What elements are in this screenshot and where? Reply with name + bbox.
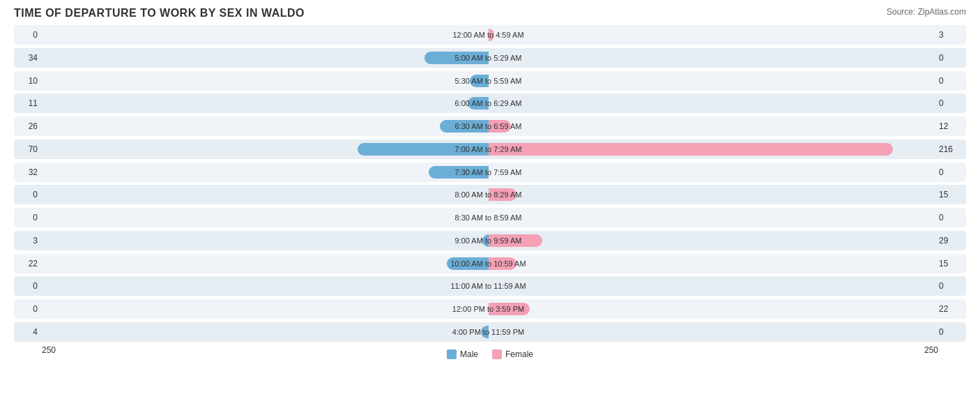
chart-container: TIME OF DEPARTURE TO WORK BY SEX IN WALD… bbox=[0, 0, 980, 415]
bars-center: 5:00 AM to 5:29 AM bbox=[42, 48, 935, 68]
table-row: 11 6:00 AM to 6:29 AM 0 bbox=[14, 93, 966, 113]
table-row: 70 7:00 AM to 7:29 AM 216 bbox=[14, 139, 966, 159]
female-bar-wrap bbox=[489, 257, 893, 270]
female-bar bbox=[489, 188, 516, 201]
female-bar-wrap bbox=[489, 120, 893, 133]
female-bar-wrap bbox=[489, 326, 893, 338]
bars-center: 12:00 AM to 4:59 AM bbox=[42, 25, 935, 45]
table-row: 0 8:00 AM to 8:29 AM 15 bbox=[14, 185, 966, 204]
female-bar-wrap bbox=[489, 97, 893, 110]
female-bar-wrap bbox=[489, 280, 893, 292]
male-bar-wrap bbox=[84, 280, 489, 292]
female-legend-label: Female bbox=[505, 349, 533, 359]
table-row: 0 11:00 AM to 11:59 AM 0 bbox=[14, 276, 966, 296]
rows-container: 0 12:00 AM to 4:59 AM 3 34 5:00 AM to 5:… bbox=[14, 25, 966, 342]
table-row: 3 9:00 AM to 9:59 AM 29 bbox=[14, 231, 966, 250]
bars-center: 12:00 PM to 3:59 PM bbox=[42, 299, 935, 319]
male-bar-wrap bbox=[84, 211, 489, 224]
female-bar-wrap bbox=[489, 211, 893, 224]
female-bar-wrap bbox=[489, 52, 893, 64]
table-row: 0 12:00 PM to 3:59 PM 22 bbox=[14, 299, 966, 319]
bars-center: 7:30 AM to 7:59 AM bbox=[42, 163, 935, 182]
male-bar-wrap bbox=[84, 29, 489, 41]
female-value: 0 bbox=[935, 327, 966, 337]
female-value: 0 bbox=[935, 98, 966, 108]
male-value: 0 bbox=[14, 190, 42, 199]
male-bar-wrap bbox=[84, 143, 489, 156]
female-bar-wrap bbox=[489, 29, 893, 41]
table-row: 26 6:30 AM to 6:59 AM 12 bbox=[14, 116, 966, 136]
female-bar bbox=[489, 257, 516, 270]
female-value: 15 bbox=[935, 259, 966, 269]
male-bar-wrap bbox=[84, 75, 489, 87]
male-bar bbox=[481, 326, 489, 338]
male-bar-wrap bbox=[84, 52, 489, 64]
table-row: 0 12:00 AM to 4:59 AM 3 bbox=[14, 25, 966, 45]
legend-male: Male bbox=[447, 349, 478, 359]
female-value: 0 bbox=[935, 213, 966, 222]
male-bar bbox=[424, 52, 488, 64]
male-value: 4 bbox=[14, 327, 42, 337]
bars-center: 5:30 AM to 5:59 AM bbox=[42, 71, 935, 91]
bars-center: 11:00 AM to 11:59 AM bbox=[42, 276, 935, 296]
bottom-labels: 250 Male Female 250 bbox=[14, 345, 966, 359]
female-bar-wrap bbox=[489, 166, 893, 179]
female-value: 15 bbox=[935, 190, 966, 199]
male-value: 0 bbox=[14, 281, 42, 291]
female-bar-wrap bbox=[489, 303, 893, 315]
bars-center: 8:30 AM to 8:59 AM bbox=[42, 208, 935, 227]
male-value: 26 bbox=[14, 121, 42, 131]
table-row: 22 10:00 AM to 10:59 AM 15 bbox=[14, 254, 966, 273]
female-value: 0 bbox=[935, 281, 966, 291]
female-value: 0 bbox=[935, 167, 966, 177]
male-value: 70 bbox=[14, 144, 42, 154]
chart-title: TIME OF DEPARTURE TO WORK BY SEX IN WALD… bbox=[14, 7, 966, 20]
female-value: 12 bbox=[935, 121, 966, 131]
female-bar-wrap bbox=[489, 188, 893, 201]
table-row: 34 5:00 AM to 5:29 AM 0 bbox=[14, 48, 966, 68]
male-bar-wrap bbox=[84, 188, 489, 201]
male-bar bbox=[482, 234, 488, 247]
male-legend-label: Male bbox=[460, 349, 478, 359]
male-value: 0 bbox=[14, 213, 42, 222]
male-bar-wrap bbox=[84, 303, 489, 315]
male-bar bbox=[468, 97, 489, 110]
chart-area: 0 12:00 AM to 4:59 AM 3 34 5:00 AM to 5:… bbox=[14, 25, 966, 363]
male-bar bbox=[440, 120, 489, 133]
bottom-left-label: 250 bbox=[42, 345, 56, 359]
female-value: 3 bbox=[935, 30, 966, 40]
table-row: 0 8:30 AM to 8:59 AM 0 bbox=[14, 208, 966, 227]
male-bar-wrap bbox=[84, 97, 489, 110]
male-bar bbox=[470, 75, 489, 87]
female-bar bbox=[489, 143, 893, 156]
bars-center: 8:00 AM to 8:29 AM bbox=[42, 185, 935, 204]
female-value: 0 bbox=[935, 53, 966, 63]
female-value: 22 bbox=[935, 304, 966, 314]
bars-center: 9:00 AM to 9:59 AM bbox=[42, 231, 935, 250]
bars-center: 6:30 AM to 6:59 AM bbox=[42, 116, 935, 136]
male-bar-wrap bbox=[84, 326, 489, 338]
male-value: 11 bbox=[14, 98, 42, 108]
female-legend-box bbox=[492, 349, 502, 359]
male-legend-box bbox=[447, 349, 457, 359]
female-value: 216 bbox=[935, 144, 966, 154]
female-bar bbox=[489, 303, 530, 315]
legend: Male Female bbox=[447, 349, 533, 359]
bars-center: 6:00 AM to 6:29 AM bbox=[42, 93, 935, 113]
male-bar-wrap bbox=[84, 166, 489, 179]
male-value: 0 bbox=[14, 304, 42, 314]
male-bar bbox=[358, 143, 489, 156]
male-bar-wrap bbox=[84, 120, 489, 133]
table-row: 10 5:30 AM to 5:59 AM 0 bbox=[14, 71, 966, 91]
legend-female: Female bbox=[492, 349, 533, 359]
male-bar bbox=[429, 166, 489, 179]
bars-center: 7:00 AM to 7:29 AM bbox=[42, 139, 935, 159]
male-value: 3 bbox=[14, 236, 42, 246]
table-row: 4 4:00 PM to 11:59 PM 0 bbox=[14, 322, 966, 342]
bars-center: 4:00 PM to 11:59 PM bbox=[42, 322, 935, 342]
male-bar-wrap bbox=[84, 234, 489, 247]
male-value: 0 bbox=[14, 30, 42, 40]
source-label: Source: ZipAtlas.com bbox=[887, 7, 966, 17]
female-bar-wrap bbox=[489, 143, 893, 156]
male-value: 32 bbox=[14, 167, 42, 177]
